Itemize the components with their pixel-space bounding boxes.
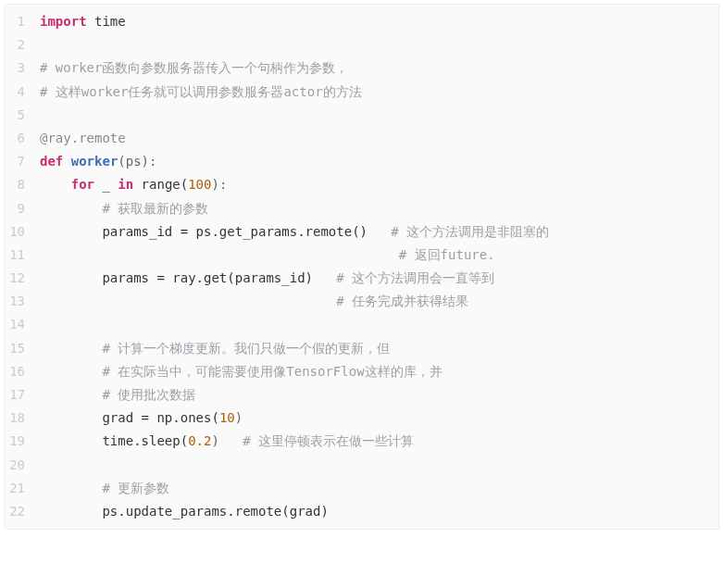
code-line: for _ in range(100): — [40, 173, 709, 196]
token-funcname: worker — [71, 154, 118, 169]
code-line — [40, 454, 709, 477]
token-comment: # 更新参数 — [102, 481, 169, 495]
line-number: 2 — [5, 33, 31, 56]
code-line: def worker(ps): — [40, 150, 709, 173]
line-number: 6 — [5, 127, 31, 150]
line-number: 20 — [5, 454, 31, 477]
token-ident — [40, 364, 102, 379]
code-line: # worker函数向参数服务器传入一个句柄作为参数， — [40, 56, 709, 80]
token-ident: grad = np.ones( — [40, 410, 219, 425]
token-comment: # 返回future. — [399, 247, 495, 262]
line-number: 19 — [5, 430, 31, 453]
token-comment: # 获取最新的参数 — [102, 201, 208, 216]
line-number: 4 — [5, 81, 31, 104]
line-number: 18 — [5, 407, 31, 430]
line-number: 8 — [5, 173, 31, 196]
token-decorator: @ray.remote — [40, 131, 126, 145]
token-ident: params_id = ps.get_params.remote() — [40, 224, 391, 239]
code-line — [40, 33, 709, 56]
code-line — [40, 104, 709, 127]
token-punct: ) — [211, 433, 243, 448]
token-punct: ): — [211, 177, 227, 192]
code-line: # 更新参数 — [40, 477, 709, 500]
line-number: 12 — [5, 267, 31, 290]
token-punct: ) — [235, 410, 243, 425]
code-line: grad = np.ones(10) — [40, 407, 709, 430]
token-punct: (ps): — [118, 154, 156, 169]
token-ident — [40, 177, 71, 192]
line-number: 17 — [5, 383, 31, 407]
token-ident — [40, 387, 102, 402]
line-number: 9 — [5, 197, 31, 220]
line-number: 15 — [5, 337, 31, 360]
code-line: params = ray.get(params_id) # 这个方法调用会一直等… — [40, 267, 709, 290]
token-keyword: for — [71, 177, 94, 192]
token-comment: # 这个方法调用是非阻塞的 — [391, 224, 549, 239]
token-ident: time.sleep( — [40, 433, 188, 448]
token-number: 0.2 — [188, 433, 211, 448]
line-number: 10 — [5, 220, 31, 244]
line-number: 14 — [5, 313, 31, 336]
token-comment: # 这里停顿表示在做一些计算 — [243, 433, 414, 448]
code-line: time.sleep(0.2) # 这里停顿表示在做一些计算 — [40, 430, 709, 453]
token-comment: # 任务完成并获得结果 — [336, 294, 468, 308]
token-ident — [40, 481, 102, 495]
token-ident — [40, 294, 336, 308]
token-number: 10 — [219, 410, 235, 425]
token-comment: # 这样worker任务就可以调用参数服务器actor的方法 — [40, 84, 362, 99]
line-number: 1 — [5, 10, 31, 33]
token-ident: range( — [133, 177, 188, 192]
line-number: 13 — [5, 290, 31, 313]
code-line — [40, 313, 709, 336]
token-ident: params = ray.get(params_id) — [40, 270, 336, 285]
code-line: # 计算一个梯度更新。我们只做一个假的更新，但 — [40, 337, 709, 360]
token-ident — [40, 247, 399, 262]
token-keyword: def — [40, 154, 63, 169]
line-number: 3 — [5, 56, 31, 80]
token-comment: # 这个方法调用会一直等到 — [336, 270, 494, 285]
code-line: import time — [40, 10, 709, 33]
token-keyword: import — [40, 14, 87, 29]
token-comment: # 计算一个梯度更新。我们只做一个假的更新，但 — [102, 341, 390, 356]
token-ident — [40, 201, 102, 216]
code-block: 12345678910111213141516171819202122 impo… — [4, 4, 719, 530]
code-line: @ray.remote — [40, 127, 709, 150]
code-line: # 使用批次数据 — [40, 383, 709, 407]
token-ident: _ — [94, 177, 118, 192]
token-ident — [63, 154, 70, 169]
code-line: # 获取最新的参数 — [40, 197, 709, 220]
token-comment: # 在实际当中，可能需要使用像TensorFlow这样的库，并 — [102, 364, 442, 379]
line-number: 11 — [5, 244, 31, 267]
code-line: params_id = ps.get_params.remote() # 这个方… — [40, 220, 709, 244]
line-number: 22 — [5, 500, 31, 523]
code-line: # 任务完成并获得结果 — [40, 290, 709, 313]
code-line: # 在实际当中，可能需要使用像TensorFlow这样的库，并 — [40, 360, 709, 383]
token-keyword: in — [118, 177, 133, 192]
token-ident: time — [87, 14, 126, 29]
line-number-gutter: 12345678910111213141516171819202122 — [5, 5, 31, 529]
token-ident: ps.update_params.remote(grad) — [40, 504, 329, 519]
token-comment: # worker函数向参数服务器传入一个句柄作为参数， — [40, 60, 348, 75]
code-content[interactable]: import time # worker函数向参数服务器传入一个句柄作为参数，#… — [31, 5, 718, 529]
line-number: 21 — [5, 477, 31, 500]
code-line: # 返回future. — [40, 244, 709, 267]
code-line: ps.update_params.remote(grad) — [40, 500, 709, 523]
line-number: 5 — [5, 104, 31, 127]
token-ident — [40, 341, 102, 356]
line-number: 7 — [5, 150, 31, 173]
code-line: # 这样worker任务就可以调用参数服务器actor的方法 — [40, 81, 709, 104]
token-comment: # 使用批次数据 — [102, 387, 195, 402]
token-number: 100 — [188, 177, 211, 192]
line-number: 16 — [5, 360, 31, 383]
